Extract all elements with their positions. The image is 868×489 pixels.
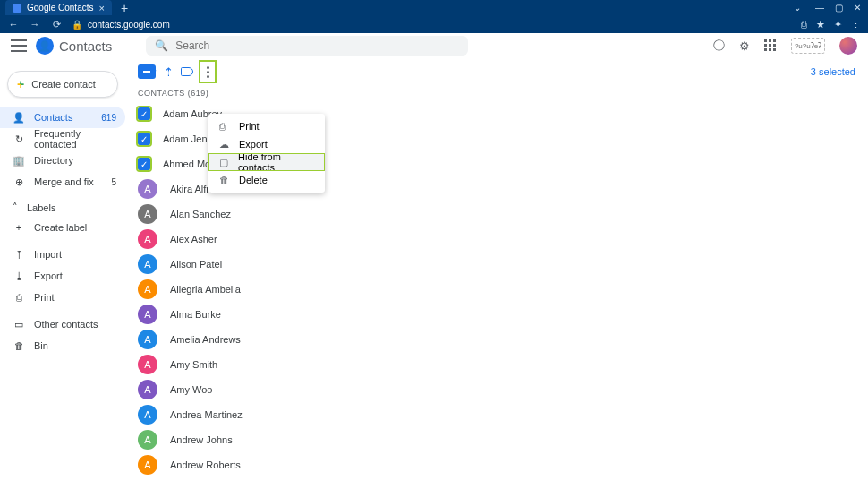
row-checkbox[interactable]: ✓ bbox=[138, 158, 150, 170]
app-header: 👤 Contacts 🔍 ⓘ ⚙ ?u?uʔeʔ bbox=[0, 33, 868, 58]
sidebar-bin[interactable]: 🗑 Bin bbox=[0, 335, 125, 356]
menu-delete[interactable]: 🗑 Delete bbox=[208, 171, 325, 189]
contact-row[interactable]: AAmy Smith bbox=[125, 352, 868, 377]
sidebar-create-label[interactable]: + Create label bbox=[0, 217, 125, 238]
sidebar-item-contacts[interactable]: 👤 Contacts 619 bbox=[0, 107, 125, 128]
tab-overflow-icon[interactable]: ⌄ bbox=[794, 3, 801, 13]
google-contacts-app: 👤 Contacts 🔍 ⓘ ⚙ ?u?uʔeʔ + Create contac… bbox=[0, 33, 868, 489]
search-icon: 🔍 bbox=[155, 39, 168, 52]
account-chip[interactable]: ?u?uʔeʔ bbox=[791, 38, 825, 54]
more-vert-icon bbox=[207, 66, 209, 78]
help-icon[interactable]: ⓘ bbox=[713, 38, 725, 54]
create-contact-button[interactable]: + Create contact bbox=[7, 71, 118, 98]
select-toggle[interactable]: ▾ bbox=[138, 64, 157, 79]
nav-label: Directory bbox=[34, 155, 107, 166]
main-menu-icon[interactable] bbox=[11, 39, 27, 52]
bookmark-icon[interactable]: ★ bbox=[816, 19, 825, 30]
contact-name: Andrew Johns bbox=[170, 434, 233, 445]
contact-name: Andrea Martinez bbox=[170, 409, 243, 420]
browser-address-bar: ← → ⟳ 🔒 contacts.google.com ⎙ ★ ✦ ⋮ bbox=[0, 15, 868, 33]
contact-avatar: A bbox=[138, 455, 157, 475]
row-checkbox[interactable]: ✓ bbox=[138, 133, 150, 145]
contact-row[interactable]: AAlex Asher bbox=[125, 227, 868, 252]
archive-icon: ▭ bbox=[13, 319, 25, 330]
new-tab-button[interactable]: + bbox=[117, 2, 132, 14]
contact-name: Ahmed Mo bbox=[163, 159, 210, 169]
sidebar-item-frequently-contacted[interactable]: ↻ Frequently contacted bbox=[0, 128, 125, 150]
row-checkbox[interactable]: ✓ bbox=[138, 107, 150, 120]
contact-row[interactable]: AAmy Woo bbox=[125, 377, 868, 402]
contact-avatar: A bbox=[138, 229, 157, 249]
contact-name: Andrew Roberts bbox=[170, 459, 241, 470]
contact-avatar: A bbox=[138, 430, 157, 450]
label-icon[interactable] bbox=[181, 67, 193, 76]
nav-icon: 👤 bbox=[13, 112, 25, 124]
cloud-export-icon: ☁ bbox=[219, 139, 230, 150]
nav-forward-icon[interactable]: → bbox=[29, 19, 41, 30]
contact-avatar: A bbox=[138, 305, 157, 324]
more-actions-button[interactable] bbox=[200, 62, 215, 82]
hide-icon: ▢ bbox=[219, 157, 229, 168]
sidebar-import[interactable]: ⭱ Import bbox=[0, 244, 125, 265]
contact-row[interactable]: AAmelia Andrews bbox=[125, 327, 868, 352]
nav-icon: ↻ bbox=[13, 133, 25, 145]
plus-icon: + bbox=[17, 77, 24, 91]
contact-avatar: A bbox=[138, 204, 157, 224]
google-apps-icon[interactable] bbox=[764, 39, 777, 52]
translate-icon[interactable]: ⎙ bbox=[801, 19, 807, 30]
sidebar-print[interactable]: ⎙ Print bbox=[0, 287, 125, 308]
contact-name: Alison Patel bbox=[170, 259, 222, 270]
contacts-logo-icon: 👤 bbox=[36, 37, 54, 55]
tab-close-icon[interactable]: × bbox=[99, 3, 105, 13]
sidebar: + Create contact 👤 Contacts 619↻ Frequen… bbox=[0, 58, 125, 489]
contact-row[interactable]: AAndrea Martinez bbox=[125, 402, 868, 427]
merge-icon[interactable]: ⇡ bbox=[164, 65, 174, 79]
search-input[interactable] bbox=[175, 39, 459, 52]
window-close-icon[interactable]: ✕ bbox=[854, 3, 861, 13]
contact-avatar: A bbox=[138, 380, 157, 399]
contact-avatar: A bbox=[138, 405, 157, 425]
window-maximize-icon[interactable]: ▢ bbox=[835, 3, 843, 13]
upload-icon: ⭱ bbox=[13, 249, 25, 260]
menu-hide-from-contacts[interactable]: ▢ Hide from contacts bbox=[208, 153, 325, 171]
contact-name: Alan Sanchez bbox=[170, 209, 231, 219]
account-avatar[interactable] bbox=[839, 37, 857, 55]
browser-tab[interactable]: Google Contacts × bbox=[5, 0, 112, 15]
sidebar-other-contacts[interactable]: ▭ Other contacts bbox=[0, 313, 125, 335]
sidebar-item-merge-and-fix[interactable]: ⊕ Merge and fix 5 bbox=[0, 171, 125, 193]
contact-row[interactable]: AAllegria Ambella bbox=[125, 277, 868, 302]
contact-row[interactable]: AAndrew Johns bbox=[125, 427, 868, 452]
contact-avatar: A bbox=[138, 254, 157, 274]
contact-avatar: A bbox=[138, 179, 157, 199]
nav-reload-icon[interactable]: ⟳ bbox=[50, 19, 63, 30]
sidebar-item-directory[interactable]: 🏢 Directory bbox=[0, 150, 125, 171]
nav-back-icon[interactable]: ← bbox=[7, 19, 20, 30]
selected-count: 3 selected bbox=[811, 66, 855, 77]
app-name: Contacts bbox=[59, 39, 112, 54]
download-icon: ⭳ bbox=[13, 270, 25, 281]
contacts-list-header: CONTACTS (619) bbox=[125, 85, 868, 101]
labels-section-toggle[interactable]: ˄ Labels bbox=[0, 198, 125, 217]
browser-menu-icon[interactable]: ⋮ bbox=[851, 19, 861, 30]
menu-print[interactable]: ⎙ Print bbox=[208, 117, 325, 135]
contact-row[interactable]: AAlan Sanchez bbox=[125, 202, 868, 227]
url-box[interactable]: 🔒 contacts.google.com bbox=[72, 20, 170, 30]
extensions-icon[interactable]: ✦ bbox=[834, 19, 842, 30]
settings-gear-icon[interactable]: ⚙ bbox=[739, 39, 750, 53]
menu-export[interactable]: ☁ Export bbox=[208, 135, 325, 153]
contact-row[interactable]: AAlma Burke bbox=[125, 302, 868, 327]
contact-avatar: A bbox=[138, 330, 157, 349]
nav-label: Contacts bbox=[34, 112, 92, 123]
contact-name: Amelia Andrews bbox=[170, 334, 241, 345]
window-minimize-icon[interactable]: — bbox=[815, 3, 824, 13]
sidebar-export[interactable]: ⭳ Export bbox=[0, 265, 125, 287]
contact-avatar: A bbox=[138, 279, 157, 299]
contact-row[interactable]: AAlison Patel bbox=[125, 252, 868, 277]
search-box[interactable]: 🔍 bbox=[146, 36, 468, 56]
lock-icon: 🔒 bbox=[72, 20, 82, 30]
contact-row[interactable]: AAndrew Roberts bbox=[125, 452, 868, 477]
nav-label: Merge and fix bbox=[34, 176, 102, 187]
chevron-up-icon: ˄ bbox=[13, 202, 18, 213]
tab-favicon bbox=[13, 4, 21, 13]
app-logo[interactable]: 👤 Contacts bbox=[36, 37, 112, 55]
